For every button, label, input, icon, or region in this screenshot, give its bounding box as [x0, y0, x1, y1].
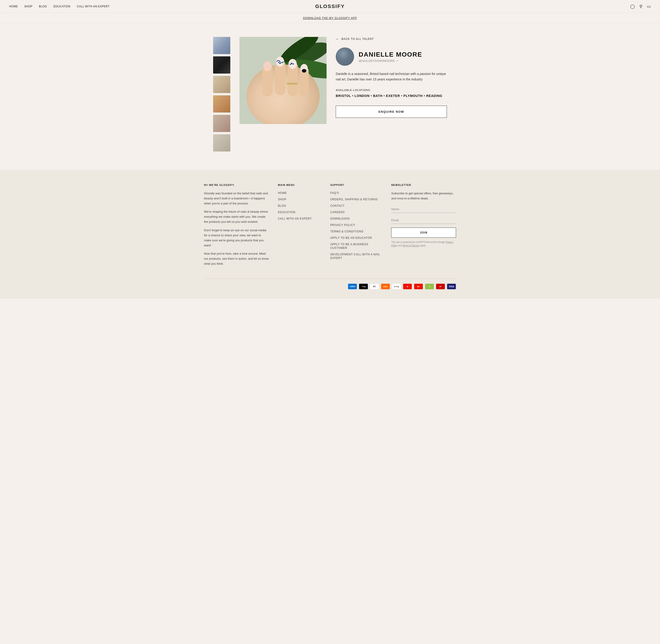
- svg-point-20: [280, 63, 280, 64]
- payment-mastercard-icon: MC: [414, 283, 423, 290]
- payment-diners-icon: DC: [370, 283, 379, 290]
- newsletter-join-button[interactable]: JOIN: [391, 228, 456, 238]
- nav-blog[interactable]: BLOG: [39, 5, 47, 8]
- thumbnail-4[interactable]: [213, 95, 230, 113]
- svg-point-16: [303, 69, 305, 71]
- footer-about: HI! WE'RE GLOSSIFY. Glossify was founded…: [204, 184, 269, 270]
- talent-name: DANIELLE MOORE: [359, 51, 422, 58]
- thumbnail-2[interactable]: [213, 56, 230, 74]
- talent-name-block: DANIELLE MOORE @NAILSBYDANNIMOORE ➚: [359, 51, 422, 63]
- nav-home[interactable]: HOME: [9, 5, 18, 8]
- newsletter-email-input[interactable]: [391, 216, 456, 224]
- nav-call-expert[interactable]: CALL WITH AN EXPERT: [77, 5, 110, 8]
- terms-of-service-link[interactable]: Terms of Service: [403, 244, 419, 247]
- talent-header: DANIELLE MOORE @NAILSBYDANNIMOORE ➚: [336, 47, 447, 66]
- nav-center: GLOSSIFY: [315, 3, 345, 9]
- avatar-image: [336, 47, 354, 66]
- footer-careers[interactable]: CAREERS: [330, 211, 345, 214]
- brand-logo[interactable]: GLOSSIFY: [315, 3, 345, 9]
- footer-bottom: AMEX  Pay DC DISC G Pay M MC S UP VISA: [204, 279, 456, 290]
- cart-icon[interactable]: ▭: [647, 4, 651, 9]
- payment-maestro-icon: M: [403, 283, 412, 290]
- enquire-now-button[interactable]: ENQUIRE NOW: [336, 106, 447, 118]
- footer: HI! WE'RE GLOSSIFY. Glossify was founded…: [0, 170, 660, 299]
- footer-terms[interactable]: TERMS & CONDITIONS: [330, 230, 363, 233]
- footer-menu-shop[interactable]: SHOP: [278, 198, 287, 201]
- footer-apply-educator[interactable]: APPLY TO BE AN EDUCATOR: [330, 236, 372, 239]
- payment-googlepay-icon: G Pay: [392, 283, 401, 290]
- footer-main-menu: MAIN MENU HOME SHOP BLOG EDUCATION CALL …: [278, 184, 321, 270]
- footer-support-links: FAQ'S ORDERS, SHIPPING & RETURNS CONTACT…: [330, 191, 382, 260]
- external-link-icon: ➚: [396, 59, 398, 62]
- footer-about-p4: Now that you're here, take a look around…: [204, 251, 269, 266]
- newsletter-name-input[interactable]: [391, 206, 456, 213]
- footer-apply-business[interactable]: APPLY TO BE A BUSINESS CUSTOMER: [330, 243, 368, 250]
- svg-point-23: [293, 64, 294, 64]
- nav-education[interactable]: EDUCATION: [53, 5, 70, 8]
- search-icon[interactable]: ⚲: [639, 4, 642, 9]
- footer-orders[interactable]: ORDERS, SHIPPING & RETURNS: [330, 198, 378, 201]
- footer-about-p1: Glossify was founded on the belief that …: [204, 191, 269, 206]
- thumbnail-5[interactable]: [213, 115, 230, 132]
- payment-shopify-icon: S: [425, 283, 434, 290]
- nav-left: HOME SHOP BLOG EDUCATION CALL WITH AN EX…: [9, 5, 110, 8]
- svg-point-13: [291, 63, 292, 64]
- footer-newsletter-title: NEWSLETTER: [391, 184, 456, 186]
- svg-point-9: [263, 61, 272, 71]
- talent-bio: Danielle is a seasoned, Bristol based na…: [336, 71, 447, 82]
- footer-menu-blog[interactable]: BLOG: [278, 204, 286, 207]
- recaptcha-text: This site is protected by reCAPTCHA and …: [391, 240, 456, 247]
- main-image: [240, 37, 326, 124]
- footer-privacy[interactable]: PRIVACY POLICY: [330, 224, 355, 227]
- footer-downloads[interactable]: DOWNLOADS: [330, 217, 350, 220]
- back-to-talent-link[interactable]: ← BACK TO ALL TALENT: [336, 37, 447, 41]
- locations-list: BRISTOL • LONDON • BATH • EXETER • PLYMO…: [336, 93, 447, 98]
- footer-dev-call[interactable]: DEVELOPMENT CALL WITH A NAIL EXPERT: [330, 253, 380, 260]
- footer-menu-home[interactable]: HOME: [278, 191, 287, 194]
- footer-menu-links: HOME SHOP BLOG EDUCATION CALL WITH AN EX…: [278, 191, 321, 220]
- payment-unionpay-icon: UP: [436, 283, 445, 290]
- talent-avatar: [336, 47, 354, 66]
- footer-contact[interactable]: CONTACT: [330, 204, 344, 207]
- footer-support-title: SUPPORT: [330, 184, 382, 186]
- footer-support: SUPPORT FAQ'S ORDERS, SHIPPING & RETURNS…: [330, 184, 382, 270]
- payment-amex-icon: AMEX: [348, 283, 357, 290]
- thumbnail-1[interactable]: [213, 37, 230, 54]
- top-navigation: HOME SHOP BLOG EDUCATION CALL WITH AN EX…: [0, 0, 660, 13]
- footer-grid: HI! WE'RE GLOSSIFY. Glossify was founded…: [204, 184, 456, 270]
- locations-label: AVAILABLE LOCATIONS:: [336, 89, 447, 91]
- footer-newsletter: NEWSLETTER Subscribe to get special offe…: [391, 184, 456, 270]
- footer-menu-call-expert[interactable]: CALL WITH AN EXPERT: [278, 217, 312, 220]
- footer-about-p2: We're shaping the future of nails & beau…: [204, 209, 269, 224]
- thumbnail-gallery: [213, 37, 230, 152]
- announcement-link[interactable]: DOWNLOAD THE MY GLOSSIFY APP: [303, 17, 357, 20]
- back-link-label: BACK TO ALL TALENT: [341, 37, 374, 41]
- footer-menu-title: MAIN MENU: [278, 184, 321, 186]
- thumbnail-6[interactable]: [213, 134, 230, 152]
- thumbnail-3[interactable]: [213, 76, 230, 93]
- nav-right: ◯ ⚲ ▭: [630, 4, 651, 9]
- newsletter-desc: Subscribe to get special offers, free gi…: [391, 191, 456, 201]
- talent-handle: @NAILSBYDANNIMOORE ➚: [359, 59, 422, 63]
- talent-info-panel: ← BACK TO ALL TALENT DANIELLE MOORE @NAI…: [336, 37, 447, 118]
- handle-text: @NAILSBYDANNIMOORE: [359, 59, 395, 63]
- nav-shop[interactable]: SHOP: [24, 5, 32, 8]
- back-arrow-icon: ←: [336, 37, 340, 41]
- footer-faq[interactable]: FAQ'S: [330, 191, 339, 194]
- footer-about-title: HI! WE'RE GLOSSIFY.: [204, 184, 269, 186]
- announcement-bar: DOWNLOAD THE MY GLOSSIFY APP: [0, 13, 660, 23]
- account-icon[interactable]: ◯: [630, 4, 635, 9]
- payment-visa-icon: VISA: [447, 283, 456, 290]
- payment-applepay-icon:  Pay: [359, 283, 368, 290]
- main-content: ← BACK TO ALL TALENT DANIELLE MOORE @NAI…: [204, 23, 456, 170]
- footer-about-p3: Don't forget to keep an eye on our socia…: [204, 228, 269, 248]
- product-layout: ← BACK TO ALL TALENT DANIELLE MOORE @NAI…: [213, 37, 447, 152]
- svg-rect-17: [287, 83, 298, 85]
- footer-menu-education[interactable]: EDUCATION: [278, 211, 295, 214]
- payment-discover-icon: DISC: [381, 283, 390, 290]
